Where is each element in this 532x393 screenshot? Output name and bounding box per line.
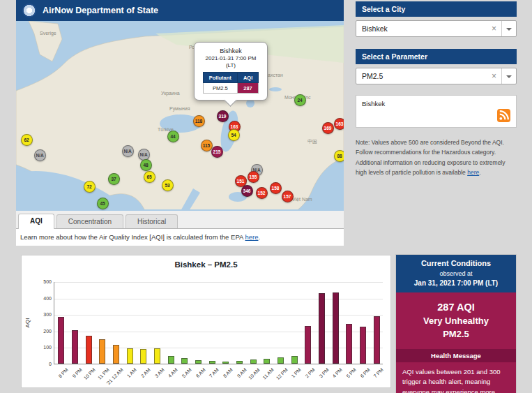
chart-bar — [374, 316, 380, 364]
x-axis-label: 3 PM — [318, 367, 330, 379]
note-body: Note: Values above 500 are considered Be… — [356, 139, 506, 176]
sidebar: Select a City Bishkek × Select a Paramet… — [356, 1, 517, 184]
learn-more-text: Learn more about how the Air Quality Ind… — [16, 230, 344, 244]
map-aqi-marker[interactable]: 48 — [140, 159, 152, 171]
x-axis-label: 10 PM — [83, 367, 96, 380]
clear-city-icon[interactable]: × — [487, 24, 501, 34]
y-tick-label: 0 — [32, 362, 52, 366]
map-aqi-marker[interactable]: 53 — [162, 179, 174, 191]
select-city-header: Select a City — [356, 1, 517, 17]
popup-timezone: (LT) — [198, 62, 264, 68]
map-aqi-marker[interactable]: 72 — [84, 181, 96, 193]
x-axis-label: 8 PM — [57, 367, 69, 379]
chart-bar — [113, 345, 119, 364]
city-select[interactable]: Bishkek × — [356, 20, 517, 37]
popup-col-pollutant: Pollutant — [203, 73, 237, 83]
dos-seal-icon — [22, 3, 36, 17]
map-aqi-marker[interactable]: N/A — [122, 145, 134, 157]
map-aqi-marker[interactable]: N/A — [138, 149, 150, 161]
map-aqi-marker[interactable]: 37 — [108, 173, 120, 185]
x-axis-label: 5 AM — [181, 367, 192, 378]
popup-table: Pollutant AQI PM2.5 287 — [203, 72, 259, 94]
map-aqi-marker[interactable]: 163 — [334, 118, 344, 130]
x-axis-label: 8 AM — [222, 367, 234, 378]
map-aqi-marker[interactable]: N/A — [34, 149, 46, 161]
chart-bar — [181, 358, 188, 364]
clear-parameter-icon[interactable]: × — [487, 71, 501, 81]
rss-icon[interactable] — [497, 109, 510, 122]
city-dropdown-caret[interactable] — [501, 21, 516, 36]
feed-city-label: Bishkek — [362, 100, 385, 107]
note-here-link[interactable]: here — [467, 169, 479, 176]
chart-plot-area: 01002003004005008 PM9 PM10 PM11 PM'21 12… — [54, 282, 383, 364]
chart-bar — [278, 357, 284, 364]
y-tick-label: 500 — [32, 279, 52, 284]
map-aqi-marker[interactable]: 158 — [270, 182, 282, 194]
map-aqi-marker[interactable]: 44 — [167, 131, 179, 142]
chart-bar — [195, 360, 202, 364]
chart-title: Bishkek – PM2.5 — [22, 255, 390, 269]
x-axis-label: 2 AM — [140, 367, 151, 378]
chart-bar — [291, 356, 298, 364]
chart-bar — [72, 330, 78, 364]
x-axis-label: 9 PM — [71, 367, 83, 379]
map-aqi-marker[interactable]: 45 — [97, 198, 109, 209]
aqi-map[interactable]: SverigeРоссияУкраинаРумынияTürkiyeКазахс… — [16, 21, 344, 211]
chart-bar — [168, 356, 174, 364]
x-axis-label: 6 PM — [359, 367, 371, 379]
y-axis-title: AQI — [24, 318, 31, 328]
tab-aqi[interactable]: AQI — [18, 214, 54, 229]
map-aqi-marker[interactable]: 157 — [282, 191, 294, 202]
epa-link[interactable]: here — [245, 233, 258, 241]
map-aqi-marker[interactable]: 54 — [228, 129, 240, 141]
tab-concentration[interactable]: Concentration — [56, 214, 123, 228]
current-conditions-panel: Current Conditions observed at Jan 31, 2… — [396, 255, 516, 393]
learn-more-suffix: . — [258, 233, 260, 241]
x-axis-label: 5 PM — [345, 367, 357, 379]
map-aqi-marker[interactable]: 115 — [201, 140, 213, 151]
chart-bar — [58, 317, 64, 364]
observed-at-label: observed at — [399, 270, 513, 277]
chevron-down-icon — [506, 75, 512, 81]
current-aqi-category: Very Unhealthy — [400, 316, 512, 326]
chart-bar — [222, 362, 229, 364]
parameter-dropdown-caret[interactable] — [501, 68, 516, 84]
x-axis-label: 7 AM — [208, 367, 220, 378]
parameter-select[interactable]: PM2.5 × — [356, 68, 517, 84]
map-aqi-marker[interactable]: 215 — [211, 146, 223, 158]
map-aqi-marker[interactable]: 346 — [241, 185, 253, 197]
map-aqi-marker[interactable]: 169 — [322, 122, 334, 134]
chart-bar — [86, 336, 92, 364]
chevron-down-icon — [506, 28, 512, 34]
map-aqi-marker[interactable]: 118 — [193, 115, 205, 127]
page: AirNow Department of State SverigeРоссия… — [0, 0, 532, 393]
x-axis-label: 11 AM — [261, 367, 275, 380]
map-basemap — [16, 21, 344, 209]
x-axis-label: 3 AM — [153, 367, 165, 378]
x-axis-label: 4 AM — [167, 367, 178, 378]
chart-bar — [127, 348, 133, 364]
map-aqi-marker[interactable]: 62 — [21, 134, 33, 146]
tab-bar: AQI Concentration Historical — [16, 211, 344, 229]
map-aqi-marker[interactable]: 152 — [256, 187, 268, 199]
popup-aqi-cell: 287 — [237, 83, 258, 94]
chart-bar — [333, 292, 339, 364]
map-aqi-marker[interactable]: 65 — [144, 171, 155, 183]
y-tick-label: 100 — [32, 345, 52, 350]
map-aqi-marker[interactable]: 319 — [217, 110, 229, 122]
current-conditions-title: Current Conditions — [399, 259, 513, 267]
chart-bar — [346, 324, 352, 364]
chart-bar — [154, 348, 160, 364]
popup-city: Bishkek — [198, 47, 264, 54]
map-aqi-marker[interactable]: 24 — [294, 94, 306, 106]
x-axis-label: 1 AM — [126, 367, 137, 378]
learn-more-prefix: Learn more about how the Air Quality Ind… — [20, 233, 245, 241]
city-select-value: Bishkek — [362, 24, 487, 33]
tab-historical[interactable]: Historical — [126, 214, 178, 228]
x-axis-label: 10 AM — [248, 367, 261, 380]
map-aqi-marker[interactable]: 155 — [248, 171, 259, 183]
current-aqi-panel: 287 AQI Very Unhealthy PM2.5 — [396, 292, 516, 349]
y-tick-label: 400 — [32, 296, 52, 301]
map-aqi-marker[interactable]: 88 — [334, 150, 344, 162]
popup-datetime: 2021-01-31 7:00 PM — [198, 55, 264, 61]
